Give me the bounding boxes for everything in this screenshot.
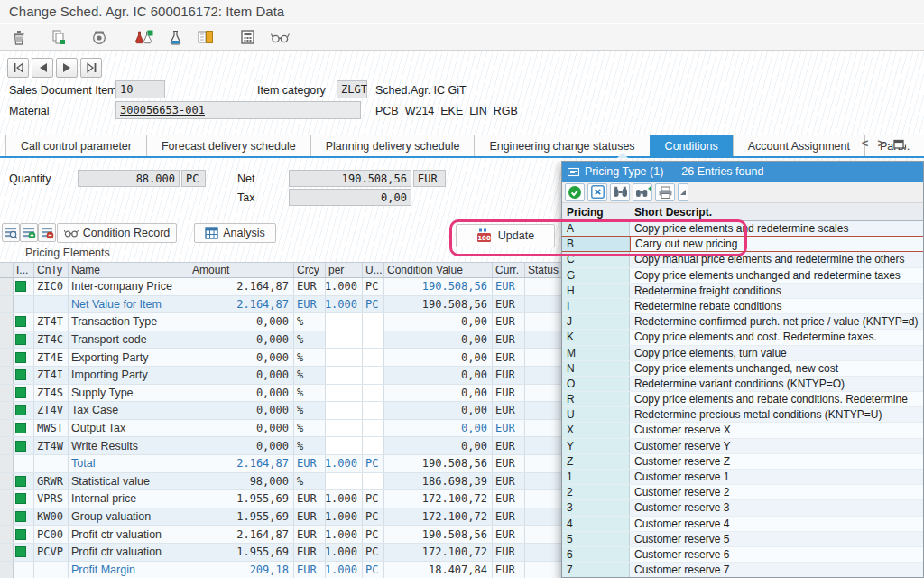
condition-currency-cell[interactable]: EUR: [493, 508, 525, 526]
pricing-table-row[interactable]: PC00 Profit ctr valuation 2.164,87 EUR 1…: [0, 526, 567, 544]
previous-item-button[interactable]: [32, 58, 53, 78]
print-icon-button[interactable]: [655, 183, 675, 201]
row-selector[interactable]: [0, 296, 14, 313]
per-cell[interactable]: [326, 367, 363, 384]
amount-cell[interactable]: 0,000: [189, 385, 294, 402]
header-condition-value[interactable]: Condition Value: [384, 263, 493, 277]
pricing-type-key[interactable]: B: [562, 237, 630, 251]
quantity-unit-field[interactable]: PC: [181, 170, 206, 187]
row-selector[interactable]: [0, 367, 14, 384]
pricing-type-key[interactable]: A: [562, 221, 630, 236]
pricing-type-description[interactable]: Customer reserve 7: [630, 563, 923, 577]
per-cell[interactable]: [326, 385, 363, 402]
row-selector[interactable]: [0, 473, 14, 490]
tab-scroll-right-icon[interactable]: >: [877, 136, 884, 150]
amount-cell[interactable]: 0,000: [189, 420, 294, 437]
pricing-type-description[interactable]: Customer reserve 4: [630, 517, 923, 531]
per-cell[interactable]: [326, 313, 363, 331]
per-cell[interactable]: [326, 437, 363, 454]
pricing-type-key[interactable]: X: [562, 423, 630, 437]
row-selector[interactable]: [0, 349, 14, 366]
calculator-icon[interactable]: [237, 27, 257, 47]
condition-currency-cell[interactable]: EUR: [493, 385, 525, 402]
popup-titlebar[interactable]: Pricing Type (1) 26 Entries found: [562, 162, 923, 182]
header-amount[interactable]: Amount: [189, 263, 294, 277]
unit-cell[interactable]: [363, 437, 384, 454]
tab-scroll-left-icon[interactable]: <: [862, 136, 869, 150]
currency-cell[interactable]: %: [294, 437, 326, 454]
pricing-table-row[interactable]: ZIC0 Inter-company Price 2.164,87 EUR 1.…: [0, 278, 567, 296]
trash-icon[interactable]: [9, 27, 29, 47]
unit-cell[interactable]: PC: [363, 296, 384, 313]
next-item-button[interactable]: [56, 58, 78, 78]
unit-cell[interactable]: [363, 420, 384, 437]
pricing-table-row[interactable]: ZT4V Tax Case 0,000 % 0,00 EUR: [0, 402, 567, 420]
unit-cell[interactable]: [363, 385, 384, 402]
condition-name-cell[interactable]: Profit ctr valuation: [69, 544, 189, 561]
print-dropdown-icon[interactable]: [678, 183, 688, 201]
condition-value-cell[interactable]: 0,00: [384, 437, 493, 454]
condition-type-cell[interactable]: ZT4I: [34, 367, 69, 384]
condition-value-cell[interactable]: 0,00: [384, 385, 493, 402]
unit-cell[interactable]: [363, 331, 384, 349]
pricing-type-row[interactable]: 5 Customer reserve 5: [562, 532, 923, 547]
pricing-type-row[interactable]: O Redetermine variant conditions (KNTYP=…: [562, 377, 923, 392]
unit-cell[interactable]: PC: [363, 278, 384, 295]
header-crcy[interactable]: Crcy: [294, 263, 326, 277]
unit-cell[interactable]: [363, 367, 384, 384]
condition-type-cell[interactable]: ZIC0: [34, 278, 69, 295]
condition-currency-cell[interactable]: EUR: [493, 367, 525, 384]
pricing-type-key[interactable]: C: [562, 252, 630, 266]
pricing-type-description[interactable]: Copy price elements and rebate condition…: [630, 392, 923, 406]
condition-type-cell[interactable]: MWST: [34, 420, 69, 437]
condition-record-button[interactable]: Condition Record: [57, 223, 177, 243]
unit-cell[interactable]: PC: [363, 508, 384, 526]
pricing-table-row[interactable]: ZT4S Supply Type 0,000 % 0,00 EUR: [0, 385, 567, 403]
pricing-type-key[interactable]: J: [562, 314, 630, 329]
condition-name-cell[interactable]: Group valuation: [69, 508, 189, 526]
sales-document-item-field[interactable]: 10: [116, 80, 165, 98]
tax-value-field[interactable]: 0,00: [289, 189, 411, 206]
pricing-table-row[interactable]: VPRS Internal price 1.955,69 EUR 1.000 P…: [0, 490, 567, 508]
delete-row-button[interactable]: [38, 223, 56, 242]
amount-cell[interactable]: 2.164,87: [189, 455, 294, 472]
pricing-type-description[interactable]: Customer reserve X: [630, 423, 923, 437]
pricing-type-description[interactable]: Customer reserve 6: [630, 547, 923, 562]
condition-currency-cell[interactable]: EUR: [493, 526, 525, 543]
pricing-type-description[interactable]: Customer reserve 5: [630, 532, 923, 546]
condition-value-cell[interactable]: 0,00: [384, 420, 493, 437]
pricing-table-row[interactable]: GRWR Statistical value 98,000 % 186.698,…: [0, 473, 567, 491]
pricing-type-key[interactable]: Y: [562, 439, 630, 453]
condition-type-cell[interactable]: GRWR: [34, 473, 69, 490]
condition-type-cell[interactable]: [34, 562, 69, 578]
unit-cell[interactable]: PC: [363, 544, 384, 561]
row-selector[interactable]: [0, 385, 14, 402]
condition-value-cell[interactable]: 0,00: [384, 331, 493, 349]
pricing-table-row[interactable]: Total 2.164,87 EUR 1.000 PC 190.508,56 E…: [0, 455, 567, 473]
row-selector[interactable]: [0, 526, 14, 543]
tab[interactable]: Account Assignment: [733, 135, 865, 156]
amount-cell[interactable]: 0,000: [189, 331, 294, 349]
pricing-type-key[interactable]: O: [562, 377, 630, 391]
pricing-type-description[interactable]: Copy price elements unchanged, new cost: [630, 361, 923, 376]
condition-value-cell[interactable]: 190.508,56: [384, 278, 493, 295]
pricing-type-description[interactable]: Customer reserve Y: [630, 439, 923, 453]
condition-value-cell[interactable]: 172.100,72: [384, 490, 493, 508]
unit-cell[interactable]: PC: [363, 526, 384, 543]
unit-cell[interactable]: [363, 473, 384, 490]
pricing-type-row[interactable]: 3 Customer reserve 3: [562, 500, 923, 516]
condition-currency-cell[interactable]: EUR: [493, 473, 525, 490]
condition-currency-cell[interactable]: EUR: [493, 420, 525, 437]
pricing-type-row[interactable]: C Copy manual price elements and redeter…: [562, 252, 923, 267]
condition-value-cell[interactable]: 0,00: [384, 367, 493, 384]
amount-cell[interactable]: 0,000: [189, 313, 294, 331]
pricing-type-key[interactable]: N: [562, 361, 630, 376]
net-value-field[interactable]: 190.508,56: [289, 170, 411, 187]
condition-type-cell[interactable]: ZT4E: [34, 349, 69, 366]
row-selector[interactable]: [0, 278, 14, 295]
amount-cell[interactable]: 2.164,87: [189, 278, 294, 295]
pricing-type-key[interactable]: G: [562, 268, 630, 283]
pricing-type-row[interactable]: B Carry out new pricing: [562, 236, 923, 252]
glasses-icon[interactable]: [270, 27, 290, 47]
currency-cell[interactable]: EUR: [294, 508, 326, 526]
